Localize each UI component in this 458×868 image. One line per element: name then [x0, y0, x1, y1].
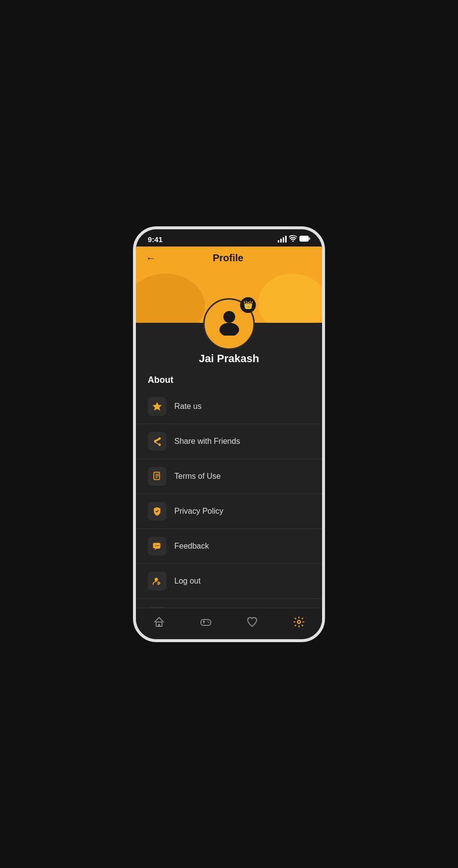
- star-icon: [148, 397, 166, 416]
- svg-rect-0: [300, 236, 309, 242]
- menu-item-terms[interactable]: Terms of Use: [136, 459, 322, 494]
- svg-point-10: [155, 545, 156, 546]
- svg-point-11: [157, 545, 158, 546]
- nav-item-favorites[interactable]: [238, 612, 266, 635]
- logout-icon: [148, 572, 166, 590]
- menu-label-rate-us: Rate us: [174, 402, 201, 411]
- share-icon: [148, 432, 166, 451]
- user-name: Jai Prakash: [136, 352, 322, 365]
- home-icon: [153, 616, 165, 631]
- page-title: Profile: [156, 252, 300, 264]
- menu-list: Rate us Share with Friends: [136, 389, 322, 608]
- svg-point-3: [219, 323, 239, 336]
- heart-icon: [246, 616, 258, 631]
- menu-label-logout: Log out: [174, 577, 200, 586]
- menu-label-share-friends: Share with Friends: [174, 437, 240, 446]
- menu-label-feedback: Feedback: [174, 542, 209, 551]
- status-bar: 9:41: [136, 229, 322, 247]
- crown-icon: 👑: [243, 300, 253, 310]
- avatar-person-icon: [214, 306, 244, 341]
- svg-point-25: [207, 621, 208, 622]
- svg-point-27: [297, 620, 300, 623]
- signal-icon: [278, 236, 287, 243]
- svg-point-26: [208, 622, 209, 623]
- phone-frame: 9:41: [133, 226, 325, 642]
- crown-badge: 👑: [240, 297, 256, 313]
- svg-marker-4: [153, 402, 162, 411]
- header-content: ← Profile: [136, 247, 322, 270]
- document-icon: [148, 467, 166, 486]
- bottom-nav: [136, 608, 322, 639]
- avatar[interactable]: 👑: [203, 298, 255, 350]
- svg-rect-20: [158, 624, 160, 626]
- svg-rect-14: [158, 581, 159, 585]
- battery-icon: [299, 235, 310, 243]
- nav-item-games[interactable]: [192, 612, 220, 635]
- menu-item-share-friends[interactable]: Share with Friends: [136, 424, 322, 459]
- back-button[interactable]: ←: [146, 252, 156, 264]
- menu-item-feedback[interactable]: Feedback: [136, 529, 322, 564]
- menu-label-terms: Terms of Use: [174, 472, 221, 481]
- header-area: ← Profile 👑: [136, 247, 322, 323]
- menu-item-rate-us[interactable]: Rate us: [136, 389, 322, 424]
- shield-icon: [148, 502, 166, 521]
- svg-rect-1: [309, 238, 310, 240]
- menu-item-privacy[interactable]: Privacy Policy: [136, 494, 322, 529]
- header-blob-right: [258, 274, 322, 323]
- settings-icon: [293, 616, 305, 631]
- menu-label-privacy: Privacy Policy: [174, 507, 224, 516]
- header-blob-left: [136, 274, 205, 323]
- game-icon: [200, 616, 212, 631]
- svg-point-2: [223, 311, 235, 323]
- main-content: Jai Prakash About Rate us Share w: [136, 318, 322, 608]
- status-time: 9:41: [148, 235, 163, 244]
- about-section-label: About: [136, 375, 322, 385]
- menu-item-logout[interactable]: Log out: [136, 564, 322, 599]
- avatar-container: 👑: [203, 298, 255, 350]
- svg-point-12: [158, 545, 159, 546]
- svg-point-13: [155, 578, 158, 581]
- wifi-icon: [289, 235, 297, 243]
- nav-item-profile[interactable]: [285, 612, 313, 635]
- nav-item-home[interactable]: [145, 612, 173, 635]
- menu-item-delete-account[interactable]: Delete Account: [136, 599, 322, 608]
- chat-icon: [148, 537, 166, 556]
- status-icons: [278, 235, 310, 243]
